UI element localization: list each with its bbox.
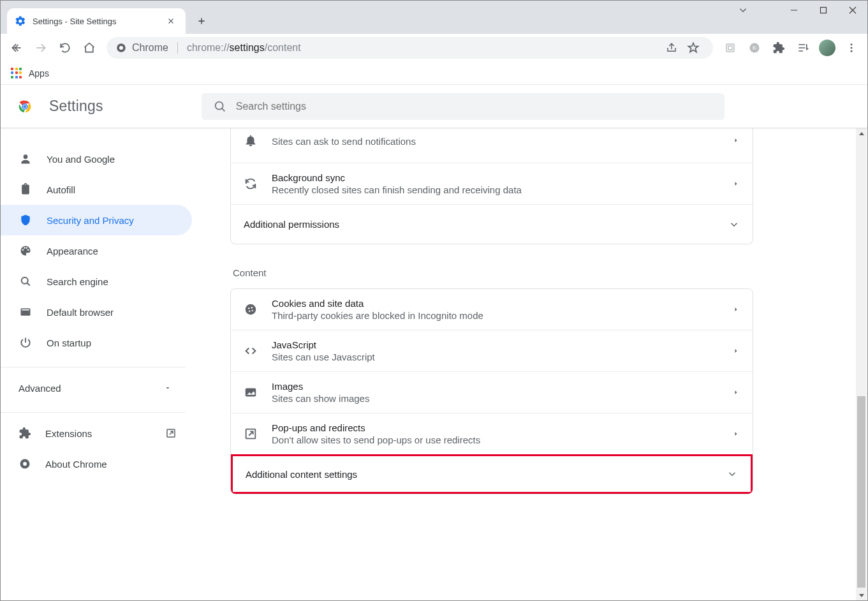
sidebar-item-on-startup[interactable]: On startup xyxy=(1,327,192,358)
gear-icon xyxy=(15,15,26,27)
settings-sidebar: You and Google Autofill Security and Pri… xyxy=(1,128,192,600)
svg-point-14 xyxy=(24,105,27,108)
row-subtitle: Sites can ask to send notifications xyxy=(272,136,732,147)
row-title: Background sync xyxy=(272,172,732,183)
reading-list-icon[interactable] xyxy=(792,37,814,59)
shield-icon xyxy=(18,214,33,226)
browser-window-icon xyxy=(18,306,33,318)
chrome-logo-icon xyxy=(16,98,34,115)
row-additional-content-settings[interactable]: Additional content settings xyxy=(231,454,753,494)
search-icon xyxy=(213,100,227,114)
permissions-card: Sites can ask to send notifications Back… xyxy=(230,128,753,244)
person-icon xyxy=(18,152,33,165)
reload-button[interactable] xyxy=(54,37,76,59)
forward-button[interactable] xyxy=(30,37,52,59)
apps-bookmark-label[interactable]: Apps xyxy=(29,68,49,78)
row-images[interactable]: Images Sites can show images xyxy=(231,371,753,413)
sidebar-item-extensions[interactable]: Extensions xyxy=(1,418,192,449)
row-background-sync[interactable]: Background sync Recently closed sites ca… xyxy=(231,163,753,204)
sidebar-item-default-browser[interactable]: Default browser xyxy=(1,297,192,327)
apps-grid-icon[interactable] xyxy=(11,68,22,79)
chevron-right-icon xyxy=(732,306,740,313)
sidebar-item-appearance[interactable]: Appearance xyxy=(1,235,192,266)
window-controls xyxy=(779,1,867,20)
browser-tab[interactable]: Settings - Site Settings xyxy=(7,8,186,34)
row-javascript[interactable]: JavaScript Sites can use Javascript xyxy=(231,330,753,371)
row-subtitle: Recently closed sites can finish sending… xyxy=(272,184,732,195)
sidebar-item-you-and-google[interactable]: You and Google xyxy=(1,144,192,174)
row-title: Additional permissions xyxy=(244,219,728,230)
row-additional-permissions[interactable]: Additional permissions xyxy=(231,204,753,244)
home-button[interactable] xyxy=(78,37,100,59)
profile-avatar[interactable] xyxy=(816,37,838,59)
search-settings-input[interactable] xyxy=(236,101,713,112)
sidebar-item-label: About Chrome xyxy=(45,459,107,470)
address-bar[interactable]: Chrome chrome://settings/content xyxy=(107,37,713,59)
scrollbar-thumb[interactable] xyxy=(857,396,865,588)
row-popups[interactable]: Pop-ups and redirects Don't allow sites … xyxy=(231,413,753,454)
sidebar-advanced[interactable]: Advanced xyxy=(1,373,192,403)
caret-down-icon xyxy=(164,384,172,392)
row-title: Images xyxy=(272,381,732,392)
sidebar-item-label: Search engine xyxy=(47,276,108,287)
avatar-image xyxy=(819,40,835,56)
scroll-down-icon[interactable] xyxy=(856,590,867,600)
close-tab-icon[interactable] xyxy=(164,14,178,28)
power-icon xyxy=(18,336,33,349)
svg-point-26 xyxy=(251,307,253,308)
page-title: Settings xyxy=(49,98,103,115)
sidebar-item-about-chrome[interactable]: About Chrome xyxy=(1,449,192,479)
image-icon xyxy=(244,385,272,399)
minimize-button[interactable] xyxy=(779,1,809,20)
share-icon[interactable] xyxy=(661,37,682,59)
back-button[interactable] xyxy=(6,37,27,59)
popup-icon xyxy=(244,427,272,441)
browser-menu-icon[interactable] xyxy=(841,37,862,59)
chevron-right-icon xyxy=(732,347,740,355)
extension-icon-2[interactable]: K xyxy=(744,37,765,59)
chevron-right-icon xyxy=(732,180,740,188)
sidebar-item-label: Autofill xyxy=(47,184,75,195)
svg-point-15 xyxy=(215,101,223,109)
settings-content: Sites can ask to send notifications Back… xyxy=(192,128,867,600)
close-window-button[interactable] xyxy=(838,1,867,20)
browser-titlebar: Settings - Site Settings xyxy=(1,1,867,34)
bell-icon xyxy=(244,133,272,147)
sidebar-item-search-engine[interactable]: Search engine xyxy=(1,266,192,297)
scroll-up-icon[interactable] xyxy=(856,128,867,139)
cookie-icon xyxy=(244,302,272,316)
row-notifications[interactable]: Sites can ask to send notifications xyxy=(231,128,753,163)
row-title: Pop-ups and redirects xyxy=(272,422,732,433)
sidebar-item-label: Default browser xyxy=(47,307,114,318)
bookmarks-bar: Apps xyxy=(1,62,867,85)
extension-icon-1[interactable] xyxy=(719,37,741,59)
bookmark-star-icon[interactable] xyxy=(682,37,704,59)
chrome-chip-icon xyxy=(115,42,127,54)
tabs-dropdown-icon[interactable] xyxy=(737,4,749,16)
extensions-puzzle-icon[interactable] xyxy=(768,37,790,59)
sidebar-item-label: On startup xyxy=(47,338,91,348)
url-text: chrome://settings/content xyxy=(187,42,301,54)
search-settings-box[interactable] xyxy=(202,93,725,120)
sidebar-item-autofill[interactable]: Autofill xyxy=(1,174,192,205)
sidebar-separator xyxy=(1,412,186,413)
row-subtitle: Sites can use Javascript xyxy=(272,352,732,362)
svg-point-9 xyxy=(851,47,853,49)
svg-point-17 xyxy=(22,278,28,284)
site-info-chip[interactable]: Chrome xyxy=(115,42,178,54)
row-subtitle: Sites can show images xyxy=(272,393,732,404)
vertical-scrollbar[interactable] xyxy=(856,128,867,600)
row-title: Additional content settings xyxy=(246,469,726,480)
maximize-button[interactable] xyxy=(809,1,838,20)
chevron-down-icon xyxy=(728,219,740,230)
browser-toolbar: Chrome chrome://settings/content K xyxy=(1,34,867,62)
svg-text:K: K xyxy=(753,45,756,51)
new-tab-button[interactable] xyxy=(192,11,211,31)
svg-point-28 xyxy=(252,310,253,311)
sync-icon xyxy=(244,177,272,191)
sidebar-item-security-privacy[interactable]: Security and Privacy xyxy=(1,205,192,235)
chevron-right-icon xyxy=(732,389,740,396)
puzzle-icon xyxy=(18,427,31,440)
row-cookies[interactable]: Cookies and site data Third-party cookie… xyxy=(231,289,753,330)
svg-point-8 xyxy=(851,43,853,45)
